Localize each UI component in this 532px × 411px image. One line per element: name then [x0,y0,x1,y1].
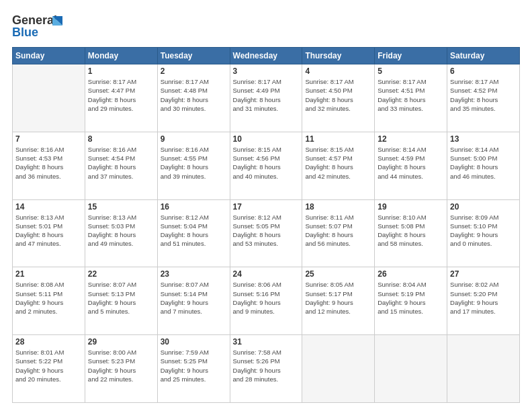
svg-text:General: General [12,13,57,27]
day-number: 6 [450,66,517,76]
day-info: Sunrise: 8:11 AMSunset: 5:07 PMDaylight:… [305,213,371,248]
day-number: 18 [305,202,371,212]
calendar-header-cell: Wednesday [230,48,302,64]
day-info: Sunrise: 8:10 AMSunset: 5:08 PMDaylight:… [378,213,444,248]
table-row: 30Sunrise: 7:59 AMSunset: 5:25 PMDayligh… [157,335,230,403]
day-info: Sunrise: 8:05 AMSunset: 5:17 PMDaylight:… [305,280,371,316]
day-info: Sunrise: 8:02 AMSunset: 5:20 PMDaylight:… [450,280,517,316]
day-info: Sunrise: 8:17 AMSunset: 4:51 PMDaylight:… [378,77,444,113]
table-row: 1Sunrise: 8:17 AMSunset: 4:47 PMDaylight… [85,64,157,132]
calendar-week-row: 21Sunrise: 8:08 AMSunset: 5:11 PMDayligh… [13,267,520,335]
table-row: 3Sunrise: 8:17 AMSunset: 4:49 PMDaylight… [230,64,302,132]
table-row: 15Sunrise: 8:13 AMSunset: 5:03 PMDayligh… [85,199,157,267]
table-row: 26Sunrise: 8:04 AMSunset: 5:19 PMDayligh… [375,267,447,335]
table-row: 10Sunrise: 8:15 AMSunset: 4:56 PMDayligh… [230,132,302,199]
day-number: 17 [233,202,300,212]
day-number: 14 [15,202,82,212]
table-row [13,64,85,132]
table-row [375,335,447,403]
calendar-header-cell: Saturday [447,48,520,64]
table-row: 7Sunrise: 8:16 AMSunset: 4:53 PMDaylight… [13,132,85,199]
day-info: Sunrise: 8:17 AMSunset: 4:48 PMDaylight:… [161,77,227,113]
table-row: 20Sunrise: 8:09 AMSunset: 5:10 PMDayligh… [447,199,520,267]
table-row: 4Sunrise: 8:17 AMSunset: 4:50 PMDaylight… [302,64,375,132]
day-info: Sunrise: 8:16 AMSunset: 4:55 PMDaylight:… [161,145,227,181]
day-number: 27 [450,269,517,279]
day-info: Sunrise: 8:01 AMSunset: 5:22 PMDaylight:… [15,348,82,383]
table-row: 11Sunrise: 8:15 AMSunset: 4:57 PMDayligh… [302,132,375,199]
table-row: 17Sunrise: 8:12 AMSunset: 5:05 PMDayligh… [230,199,302,267]
day-number: 2 [161,66,227,76]
table-row: 25Sunrise: 8:05 AMSunset: 5:17 PMDayligh… [302,267,375,335]
day-info: Sunrise: 8:17 AMSunset: 4:52 PMDaylight:… [450,77,517,113]
table-row: 28Sunrise: 8:01 AMSunset: 5:22 PMDayligh… [13,335,85,403]
day-info: Sunrise: 7:59 AMSunset: 5:25 PMDaylight:… [161,348,227,383]
day-info: Sunrise: 8:06 AMSunset: 5:16 PMDaylight:… [233,280,300,316]
table-row [447,335,520,403]
day-info: Sunrise: 8:07 AMSunset: 5:14 PMDaylight:… [161,280,227,316]
logo-icon: GeneralBlue [12,12,66,40]
table-row: 12Sunrise: 8:14 AMSunset: 4:59 PMDayligh… [375,132,447,199]
day-number: 11 [305,134,371,144]
day-number: 15 [88,202,154,212]
day-info: Sunrise: 8:14 AMSunset: 4:59 PMDaylight:… [378,145,444,181]
day-number: 25 [305,269,371,279]
day-number: 10 [233,134,300,144]
table-row: 23Sunrise: 8:07 AMSunset: 5:14 PMDayligh… [157,267,230,335]
day-info: Sunrise: 8:00 AMSunset: 5:23 PMDaylight:… [88,348,154,383]
day-info: Sunrise: 8:13 AMSunset: 5:01 PMDaylight:… [15,213,82,248]
calendar-header-row: SundayMondayTuesdayWednesdayThursdayFrid… [13,48,520,64]
table-row [302,335,375,403]
table-row: 24Sunrise: 8:06 AMSunset: 5:16 PMDayligh… [230,267,302,335]
calendar-header-cell: Friday [375,48,447,64]
table-row: 16Sunrise: 8:12 AMSunset: 5:04 PMDayligh… [157,199,230,267]
day-info: Sunrise: 8:15 AMSunset: 4:57 PMDaylight:… [305,145,371,181]
day-info: Sunrise: 8:17 AMSunset: 4:49 PMDaylight:… [233,77,300,113]
day-info: Sunrise: 8:17 AMSunset: 4:50 PMDaylight:… [305,77,371,113]
table-row: 13Sunrise: 8:14 AMSunset: 5:00 PMDayligh… [447,132,520,199]
day-number: 7 [15,134,82,144]
day-info: Sunrise: 7:58 AMSunset: 5:26 PMDaylight:… [233,348,300,383]
calendar-header-cell: Monday [85,48,157,64]
table-row: 5Sunrise: 8:17 AMSunset: 4:51 PMDaylight… [375,64,447,132]
day-number: 5 [378,66,444,76]
header: GeneralBlue [12,12,520,40]
day-info: Sunrise: 8:08 AMSunset: 5:11 PMDaylight:… [15,280,82,316]
day-info: Sunrise: 8:17 AMSunset: 4:47 PMDaylight:… [88,77,154,113]
day-number: 28 [15,337,82,347]
day-info: Sunrise: 8:16 AMSunset: 4:53 PMDaylight:… [15,145,82,181]
day-info: Sunrise: 8:09 AMSunset: 5:10 PMDaylight:… [450,213,517,248]
day-number: 9 [161,134,227,144]
calendar-week-row: 1Sunrise: 8:17 AMSunset: 4:47 PMDaylight… [13,64,520,132]
day-number: 22 [88,269,154,279]
table-row: 8Sunrise: 8:16 AMSunset: 4:54 PMDaylight… [85,132,157,199]
day-number: 1 [88,66,154,76]
table-row: 14Sunrise: 8:13 AMSunset: 5:01 PMDayligh… [13,199,85,267]
calendar-week-row: 28Sunrise: 8:01 AMSunset: 5:22 PMDayligh… [13,335,520,403]
day-number: 29 [88,337,154,347]
table-row: 9Sunrise: 8:16 AMSunset: 4:55 PMDaylight… [157,132,230,199]
day-info: Sunrise: 8:12 AMSunset: 5:05 PMDaylight:… [233,213,300,248]
day-number: 30 [161,337,227,347]
table-row: 29Sunrise: 8:00 AMSunset: 5:23 PMDayligh… [85,335,157,403]
day-number: 4 [305,66,371,76]
calendar-week-row: 14Sunrise: 8:13 AMSunset: 5:01 PMDayligh… [13,199,520,267]
day-info: Sunrise: 8:15 AMSunset: 4:56 PMDaylight:… [233,145,300,181]
day-info: Sunrise: 8:07 AMSunset: 5:13 PMDaylight:… [88,280,154,316]
calendar-header-cell: Thursday [302,48,375,64]
table-row: 19Sunrise: 8:10 AMSunset: 5:08 PMDayligh… [375,199,447,267]
table-row: 31Sunrise: 7:58 AMSunset: 5:26 PMDayligh… [230,335,302,403]
day-info: Sunrise: 8:04 AMSunset: 5:19 PMDaylight:… [378,280,444,316]
day-number: 21 [15,269,82,279]
day-number: 20 [450,202,517,212]
day-number: 3 [233,66,300,76]
calendar-header-cell: Sunday [13,48,85,64]
calendar-header-cell: Tuesday [157,48,230,64]
day-number: 31 [233,337,300,347]
day-number: 8 [88,134,154,144]
table-row: 6Sunrise: 8:17 AMSunset: 4:52 PMDaylight… [447,64,520,132]
day-info: Sunrise: 8:12 AMSunset: 5:04 PMDaylight:… [161,213,227,248]
logo: GeneralBlue [12,12,66,40]
day-number: 23 [161,269,227,279]
table-row: 2Sunrise: 8:17 AMSunset: 4:48 PMDaylight… [157,64,230,132]
